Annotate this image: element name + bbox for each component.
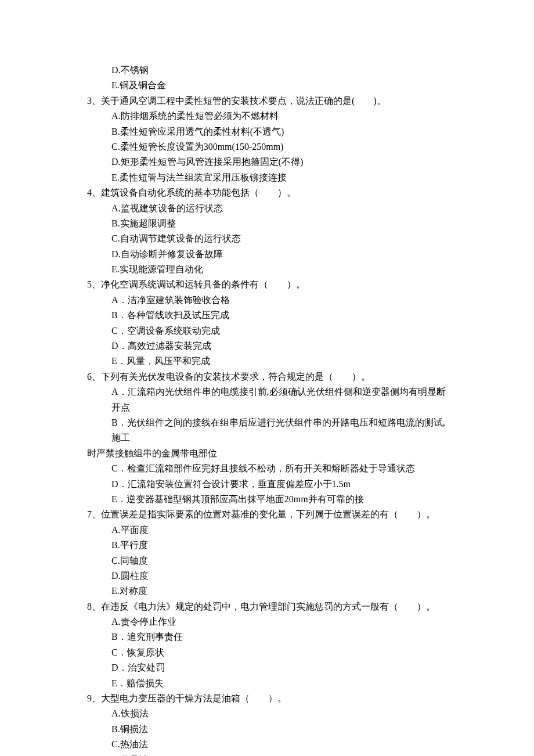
answer-option: B.平行度 bbox=[87, 538, 447, 553]
answer-option: B.柔性短管应采用透气的柔性材料(不透气) bbox=[87, 124, 447, 139]
answer-option: B．追究刑事责任 bbox=[87, 629, 447, 645]
answer-option: E.铜及铜合金 bbox=[87, 78, 447, 93]
answer-option: D．治安处罚 bbox=[87, 660, 447, 675]
answer-option: A.铁损法 bbox=[87, 706, 447, 721]
question-line: 6、下列有关光伏发电设备的安装技术要求，符合规定的是（ ）。 bbox=[87, 369, 447, 384]
answer-option: C.同轴度 bbox=[87, 553, 447, 568]
answer-option: C.柔性短管长度设置为300mm(150-250mm) bbox=[87, 139, 447, 154]
answer-option: E.对称度 bbox=[87, 584, 447, 599]
answer-option: A.平面度 bbox=[87, 523, 447, 538]
question-line: 3、关于通风空调工程中柔性短管的安装技术要点，说法正确的是( )。 bbox=[87, 93, 447, 109]
answer-option: E．风量，风压平和完成 bbox=[87, 354, 447, 369]
answer-option: C.热油法 bbox=[87, 737, 447, 752]
answer-option: A.防排烟系统的柔性短管必须为不燃材料 bbox=[87, 109, 447, 124]
question-line: 8、在违反《电力法》规定的处罚中，电力管理部门实施惩罚的方式一般有（ ）。 bbox=[87, 599, 447, 614]
answer-option: A.监视建筑设备的运行状态 bbox=[87, 201, 447, 216]
question-line: 9、大型电力变压器的干燥方法是油箱（ ）。 bbox=[87, 691, 447, 706]
answer-option: D．汇流箱安装位置符合设计要求，垂直度偏差应小于1.5m bbox=[87, 477, 447, 492]
question-line: 5、净化空调系统调试和运转具备的条件有（ ）。 bbox=[87, 277, 447, 292]
answer-option: D.热风法 bbox=[87, 753, 447, 756]
document-page: D.不锈钢E.铜及铜合金3、关于通风空调工程中柔性短管的安装技术要点，说法正确的… bbox=[0, 0, 534, 756]
answer-option: C．恢复原状 bbox=[87, 645, 447, 660]
answer-option: B.铜损法 bbox=[87, 722, 447, 737]
question-continuation: 时严禁接触组串的金属带电部位 bbox=[87, 446, 447, 461]
answer-option: A.责令停止作业 bbox=[87, 614, 447, 629]
answer-option: C.自动调节建筑设备的运行状态 bbox=[87, 231, 447, 246]
answer-option: C．空调设备系统联动完成 bbox=[87, 323, 447, 339]
answer-option: B.实施超限调整 bbox=[87, 216, 447, 231]
answer-option: C．检查汇流箱部件应完好且接线不松动，所有开关和熔断器处于导通状态 bbox=[87, 461, 447, 476]
answer-option: B．各种管线吹扫及试压完成 bbox=[87, 308, 447, 323]
answer-option: D.不锈钢 bbox=[87, 63, 447, 78]
answer-option: D.矩形柔性短管与风管连接采用抱箍固定(不得) bbox=[87, 154, 447, 170]
answer-option: D.自动诊断并修复设备故障 bbox=[87, 247, 447, 262]
question-line: 7、位置误差是指实际要素的位置对基准的变化量，下列属于位置误差的有（ ）。 bbox=[87, 507, 447, 522]
answer-option: E.柔性短管与法兰组装宜采用压板铆接连接 bbox=[87, 170, 447, 185]
answer-option: A．汇流箱内光伏组件串的电缆接引前,必须确认光伏组件侧和逆变器侧均有明显断开点 bbox=[87, 384, 447, 415]
answer-option: E．逆变器基础型钢其顶部应高出抹平地面20mm并有可靠的接 bbox=[87, 492, 447, 507]
answer-option: E．赔偿损失 bbox=[87, 676, 447, 691]
question-line: 4、建筑设备自动化系统的基本功能包括（ ）。 bbox=[87, 185, 447, 200]
content-body: D.不锈钢E.铜及铜合金3、关于通风空调工程中柔性短管的安装技术要点，说法正确的… bbox=[87, 63, 447, 756]
answer-option: B．光伏组件之间的接线在组串后应进行光伏组件串的开路电压和短路电流的测试,施工 bbox=[87, 415, 447, 446]
answer-option: D．高效过滤器安装完成 bbox=[87, 339, 447, 354]
answer-option: A．洁净室建筑装饰验收合格 bbox=[87, 293, 447, 308]
answer-option: D.圆柱度 bbox=[87, 568, 447, 584]
answer-option: E.实现能源管理自动化 bbox=[87, 262, 447, 277]
